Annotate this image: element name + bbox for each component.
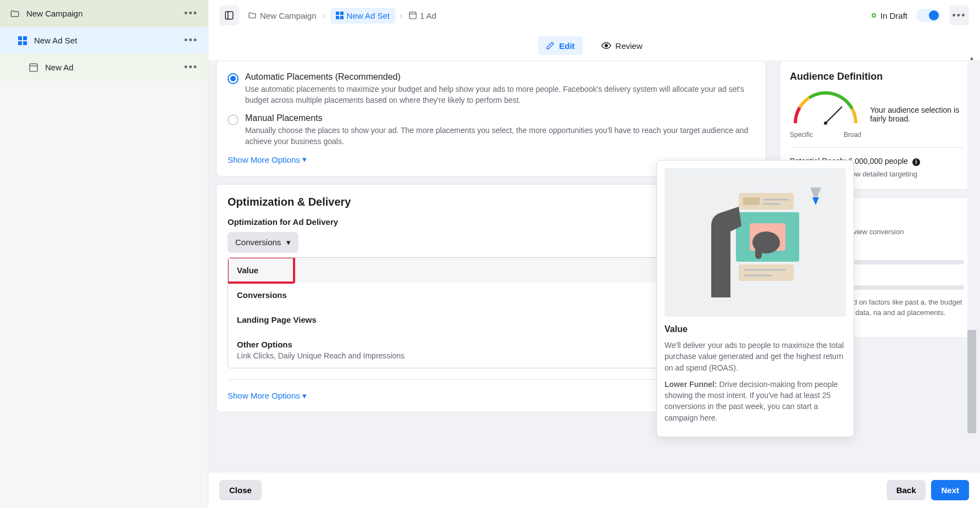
info-icon[interactable]: i (912, 158, 920, 166)
chevron-right-icon: › (323, 11, 326, 20)
svg-marker-18 (812, 197, 819, 205)
breadcrumb: New Campaign › New Ad Set › 1 Ad (246, 8, 439, 24)
status-toggle[interactable] (916, 9, 940, 22)
svg-rect-2 (18, 41, 22, 45)
svg-point-16 (824, 122, 827, 125)
caret-down-icon: ▾ (302, 391, 307, 401)
popover-title: Value (665, 324, 846, 334)
show-more-optimization-link[interactable]: Show More Options ▾ (228, 391, 307, 401)
svg-rect-9 (340, 12, 343, 15)
next-button[interactable]: Next (931, 480, 969, 500)
show-more-placements-link[interactable]: Show More Options ▾ (228, 154, 307, 164)
topbar: New Campaign › New Ad Set › 1 Ad In Draf… (208, 0, 980, 31)
close-button[interactable]: Close (219, 480, 262, 500)
placements-card: Automatic Placements (Recommended) Use a… (216, 60, 766, 176)
popover-p1: We'll deliver your ads to people to maxi… (665, 340, 846, 373)
sidebar-ad-label: New Ad (45, 63, 74, 72)
svg-rect-0 (18, 36, 22, 40)
auto-placements-desc: Use automatic placements to maximize you… (245, 84, 755, 106)
value-tooltip-popover: Value We'll deliver your ads to people t… (656, 160, 854, 437)
svg-rect-8 (336, 12, 339, 15)
svg-line-15 (826, 107, 842, 123)
radio-automatic-placements[interactable] (228, 73, 239, 84)
ad-icon (29, 63, 38, 73)
scrollbar[interactable]: ▲ ▼ (964, 55, 980, 481)
svg-rect-30 (755, 240, 762, 259)
svg-rect-10 (336, 16, 339, 19)
back-button[interactable]: Back (887, 480, 926, 500)
tab-edit[interactable]: Edit (538, 36, 582, 55)
popover-illustration (665, 168, 846, 317)
svg-rect-6 (225, 12, 233, 19)
more-icon[interactable]: ••• (184, 8, 198, 19)
folder-icon (10, 9, 20, 19)
panel-toggle-button[interactable] (219, 5, 239, 25)
tab-review[interactable]: Review (594, 36, 650, 55)
more-icon[interactable]: ••• (184, 62, 198, 73)
main-panel: New Campaign › New Ad Set › 1 Ad In Draf… (208, 0, 980, 508)
breadcrumb-adset[interactable]: New Ad Set (330, 8, 395, 24)
more-menu-button[interactable]: ••• (949, 5, 969, 25)
auto-placements-title: Automatic Placements (Recommended) (245, 72, 755, 82)
optimization-dropdown[interactable]: Conversions ▾ (228, 232, 298, 253)
svg-rect-3 (23, 41, 27, 45)
svg-rect-1 (23, 36, 27, 40)
draft-status: In Draft (872, 11, 907, 20)
audience-gauge: Specific Broad (790, 90, 861, 139)
caret-down-icon: ▾ (286, 238, 291, 247)
breadcrumb-campaign[interactable]: New Campaign (246, 8, 319, 24)
radio-manual-placements[interactable] (228, 114, 239, 125)
scroll-up-icon[interactable]: ▲ (969, 55, 975, 61)
svg-rect-12 (409, 12, 416, 19)
footer-bar: Close Back Next (208, 472, 980, 508)
svg-point-14 (605, 45, 607, 47)
sidebar-item-campaign[interactable]: New Campaign ••• (0, 0, 208, 27)
caret-down-icon: ▾ (302, 154, 307, 164)
svg-rect-4 (30, 64, 37, 71)
status-dot-icon (872, 13, 876, 18)
svg-rect-26 (739, 264, 794, 281)
sidebar-item-ad[interactable]: New Ad ••• (0, 54, 208, 81)
more-icon[interactable]: ••• (184, 35, 198, 46)
manual-placements-desc: Manually choose the places to show your … (245, 125, 755, 147)
manual-placements-title: Manual Placements (245, 113, 755, 123)
svg-rect-20 (743, 197, 760, 205)
left-sidebar: New Campaign ••• New Ad Set ••• New Ad •… (0, 0, 208, 508)
breadcrumb-ad[interactable]: 1 Ad (407, 8, 439, 24)
popover-p2: Lower Funnel: Drive decision-making from… (665, 379, 846, 423)
chevron-right-icon: › (400, 11, 402, 20)
audience-title: Audience Definition (790, 71, 964, 82)
sidebar-campaign-label: New Campaign (26, 9, 83, 18)
audience-text: Your audience selection is fairly broad. (870, 106, 964, 123)
svg-rect-11 (340, 16, 343, 19)
grid-icon (18, 36, 27, 46)
mode-tabs: Edit Review (208, 31, 980, 60)
sidebar-adset-label: New Ad Set (34, 36, 77, 45)
sidebar-item-adset[interactable]: New Ad Set ••• (0, 27, 208, 54)
